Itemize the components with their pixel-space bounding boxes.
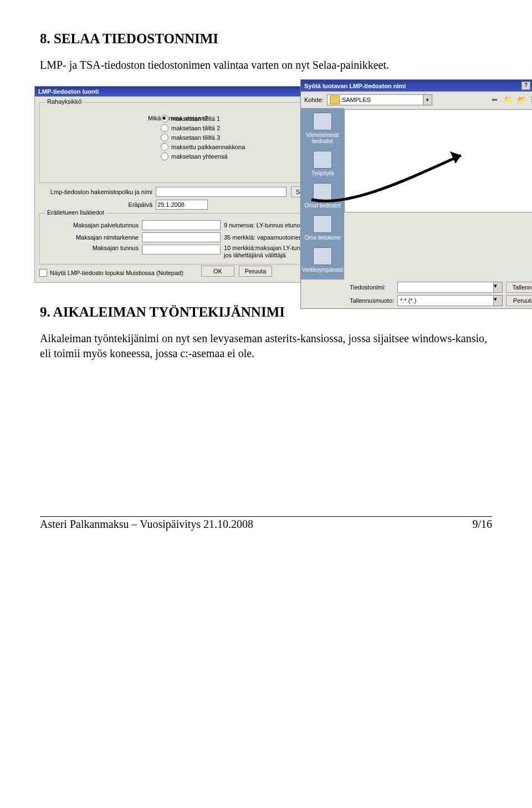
filetype-value: *.* (*.): [398, 297, 493, 304]
places-desktop[interactable]: Työpöytä: [301, 149, 344, 181]
places-network[interactable]: Verkkoympäristö: [301, 245, 344, 277]
footer-page-number: 9/16: [472, 518, 492, 531]
file-list-area[interactable]: [344, 109, 532, 212]
back-icon[interactable]: ⬅: [489, 94, 500, 105]
folder-icon: [330, 95, 340, 104]
sum-question-label: Mikä summa otetaan?: [148, 115, 208, 121]
filename-label: Tiedostonimi:: [350, 284, 394, 291]
path-label: Lmp-tiedoston hakemistopolku ja nimi: [39, 189, 156, 195]
lmp-path-input[interactable]: [156, 187, 287, 197]
up-folder-icon[interactable]: 📁: [503, 94, 514, 105]
nimitarkenne-input[interactable]: [142, 232, 221, 242]
maksajantunnus-input[interactable]: [142, 245, 221, 255]
places-recent[interactable]: Viimeisimmät tiedostot: [301, 110, 344, 149]
section-8-para: LMP- ja TSA-tiedoston tiedostonimen vali…: [40, 58, 492, 73]
new-folder-icon[interactable]: 📂: [516, 94, 528, 105]
filetype-combo[interactable]: *.* (*.)▾: [397, 295, 503, 306]
file-save-dialog: Syötä luotavan LMP-tiedoston nimi ? × Ko…: [300, 79, 532, 309]
target-folder-combo[interactable]: SAMPLES ▾: [327, 94, 432, 105]
radio-label: maksetaan tililtä 3: [171, 134, 220, 141]
show-notepad-checkbox[interactable]: [39, 269, 47, 277]
file-save-title: Syötä luotavan LMP-tiedoston nimi: [304, 83, 406, 89]
place-label: Viimeisimmät tiedostot: [306, 132, 339, 144]
target-folder-name: SAMPLES: [342, 96, 423, 103]
ok-button[interactable]: OK: [201, 266, 234, 277]
nimitarkenne-label: Maksajan nimitarkenne: [44, 234, 142, 241]
maksajantunnus-label: Maksajan tunnus: [44, 245, 142, 251]
place-label: Oma tietokone: [304, 235, 340, 241]
save-button[interactable]: Tallenna: [506, 282, 532, 293]
radio-label: maksetaan tililtä 2: [171, 125, 220, 131]
help-icon[interactable]: ?: [521, 82, 530, 90]
place-label: Omat tiedostot: [304, 202, 340, 209]
group-eratietueen-label: Erätietueen lisätiedot: [45, 209, 106, 216]
radio-label: maksettu palkkaennakkona: [171, 144, 245, 150]
cancel-button[interactable]: Peruuta: [506, 295, 532, 306]
date-label: Eräpäivä: [39, 201, 156, 208]
show-notepad-label: Näytä LMP-tiedosto lopuksi Muistiossa (N…: [50, 270, 183, 276]
section-9-para: Aikaleiman työntekijänimi on nyt sen lev…: [40, 331, 492, 361]
radio-label: maksetaan yhteensä: [171, 153, 228, 160]
cancel-button[interactable]: Peruuta: [239, 266, 272, 277]
palvelutunnus-label: Maksajan palvelutunnus: [44, 222, 142, 228]
group-rahayksikko-label: Rahayksikkö: [45, 98, 83, 105]
place-label: Työpöytä: [311, 170, 334, 176]
places-mydocs[interactable]: Omat tiedostot: [301, 181, 344, 213]
target-label: Kohde:: [304, 96, 324, 103]
places-mycomputer[interactable]: Oma tietokone: [301, 213, 344, 245]
filetype-label: Tallennusmuoto:: [350, 297, 394, 304]
chevron-down-icon[interactable]: ▾: [423, 95, 432, 105]
place-label: Verkkoympäristö: [302, 267, 343, 273]
filename-combo[interactable]: ▾: [397, 282, 503, 293]
section-8-heading: 8. SELAA TIEDOSTONNIMI: [40, 31, 492, 47]
footer-left: Asteri Palkanmaksu – Vuosipäivitys 21.10…: [40, 518, 253, 531]
palvelutunnus-input[interactable]: [142, 220, 221, 230]
due-date-input[interactable]: [156, 200, 208, 210]
places-bar: Viimeisimmät tiedostot Työpöytä Omat tie…: [301, 108, 344, 280]
